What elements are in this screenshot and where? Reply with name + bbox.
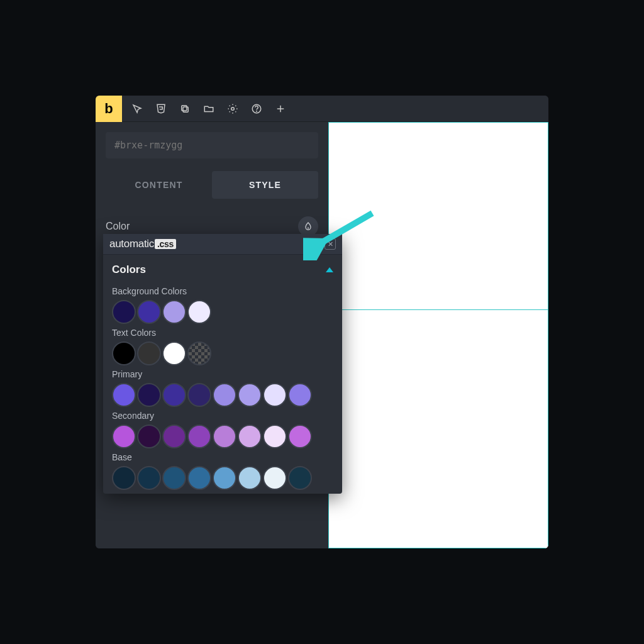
canvas-divider (329, 309, 548, 310)
swatch-row (112, 300, 333, 324)
color-swatch[interactable] (213, 425, 236, 448)
folder-icon[interactable] (203, 103, 215, 115)
color-swatch[interactable] (187, 341, 211, 365)
color-swatch[interactable] (112, 466, 136, 490)
color-swatch[interactable] (112, 425, 136, 448)
selector-input[interactable] (106, 132, 318, 158)
popup-section: Colors Background ColorsText ColorsPrima… (103, 255, 342, 490)
popup-header-icons: i ✕ (309, 238, 336, 250)
color-swatch[interactable] (288, 466, 312, 490)
swatch-row (112, 383, 333, 407)
app-logo[interactable]: b (96, 96, 122, 122)
color-swatch[interactable] (238, 383, 262, 407)
color-swatch[interactable] (263, 466, 287, 490)
css-shield-icon[interactable] (155, 103, 167, 115)
svg-rect-0 (183, 107, 188, 112)
group-label: Base (112, 452, 333, 462)
color-label: Color (106, 221, 130, 232)
color-swatch[interactable] (187, 300, 211, 324)
color-swatch[interactable] (263, 425, 287, 448)
popup-brand-text: automatic (109, 238, 154, 250)
add-icon[interactable] (274, 103, 287, 115)
color-swatch[interactable] (213, 466, 236, 490)
group-label: Background Colors (112, 286, 333, 296)
tab-content[interactable]: CONTENT (106, 171, 212, 199)
color-swatch[interactable] (213, 383, 236, 407)
color-swatch[interactable] (187, 425, 211, 448)
canvas-area[interactable] (328, 122, 548, 548)
popup-brand: automatic.css (109, 238, 176, 250)
color-swatch[interactable] (162, 300, 186, 324)
collapse-icon[interactable] (326, 267, 333, 272)
swatch-row (112, 466, 333, 490)
svg-point-4 (257, 111, 257, 111)
info-icon[interactable]: i (309, 238, 321, 250)
tab-style[interactable]: STYLE (212, 171, 318, 199)
color-swatch[interactable] (288, 425, 312, 448)
svg-rect-1 (182, 105, 187, 110)
pointer-icon[interactable] (131, 103, 143, 115)
color-swatch[interactable] (112, 383, 136, 407)
color-swatch[interactable] (137, 341, 161, 365)
color-swatch[interactable] (112, 300, 136, 324)
toolbar-icons (131, 103, 287, 115)
swatch-row (112, 341, 333, 365)
color-swatch[interactable] (238, 425, 262, 448)
group-label: Secondary (112, 411, 333, 421)
color-swatch[interactable] (238, 466, 262, 490)
settings-icon[interactable] (226, 103, 239, 115)
section-title-row: Colors (112, 261, 333, 282)
color-swatch[interactable] (162, 466, 186, 490)
color-swatch[interactable] (112, 341, 136, 365)
app-window: b (96, 96, 548, 548)
color-swatch[interactable] (187, 466, 211, 490)
color-swatch[interactable] (162, 425, 186, 448)
color-groups: Background ColorsText ColorsPrimarySecon… (112, 286, 333, 490)
popup-brand-tag: .css (155, 239, 176, 249)
swatch-row (112, 425, 333, 448)
color-swatch[interactable] (137, 425, 161, 448)
help-icon[interactable] (250, 103, 263, 115)
color-swatch[interactable] (137, 383, 161, 407)
group-label: Primary (112, 369, 333, 379)
color-swatch[interactable] (288, 383, 312, 407)
color-popup: automatic.css i ✕ Colors Background Colo… (103, 234, 342, 494)
top-toolbar: b (96, 96, 548, 122)
color-swatch[interactable] (162, 383, 186, 407)
color-swatch[interactable] (263, 383, 287, 407)
color-swatch[interactable] (187, 383, 211, 407)
copy-icon[interactable] (179, 103, 191, 115)
color-swatch[interactable] (162, 341, 186, 365)
section-title: Colors (112, 264, 146, 276)
group-label: Text Colors (112, 328, 333, 338)
popup-header: automatic.css i ✕ (103, 234, 342, 255)
color-swatch[interactable] (137, 300, 161, 324)
color-swatch[interactable] (137, 466, 161, 490)
svg-point-2 (231, 107, 235, 110)
close-icon[interactable]: ✕ (325, 238, 336, 250)
tabs: CONTENT STYLE (106, 171, 318, 199)
